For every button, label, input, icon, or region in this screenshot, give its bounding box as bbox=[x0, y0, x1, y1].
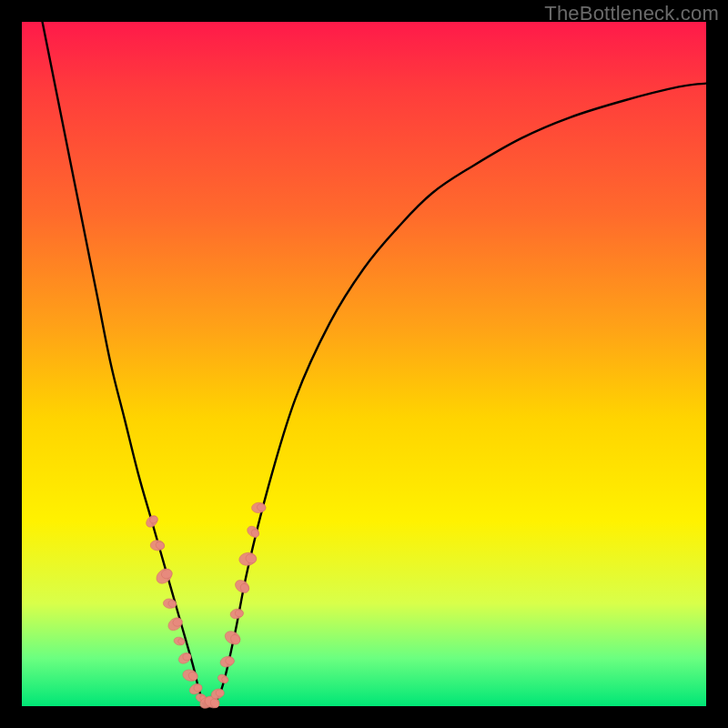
data-marker bbox=[150, 540, 166, 551]
data-marker bbox=[238, 551, 258, 567]
data-marker bbox=[229, 608, 244, 620]
marker-group bbox=[144, 502, 267, 711]
data-marker bbox=[219, 654, 236, 668]
chart-frame: TheBottleneck.com bbox=[0, 0, 728, 728]
data-marker bbox=[173, 636, 186, 646]
data-marker bbox=[217, 672, 229, 684]
svg-point-17 bbox=[194, 684, 202, 692]
plot-area bbox=[22, 22, 706, 706]
bottleneck-curve-path bbox=[43, 22, 706, 706]
data-marker bbox=[223, 629, 243, 647]
data-marker bbox=[144, 513, 159, 529]
svg-point-25 bbox=[216, 690, 224, 697]
data-marker bbox=[166, 615, 184, 633]
data-marker bbox=[233, 578, 251, 595]
bottleneck-chart bbox=[22, 22, 706, 706]
data-marker bbox=[154, 566, 175, 587]
